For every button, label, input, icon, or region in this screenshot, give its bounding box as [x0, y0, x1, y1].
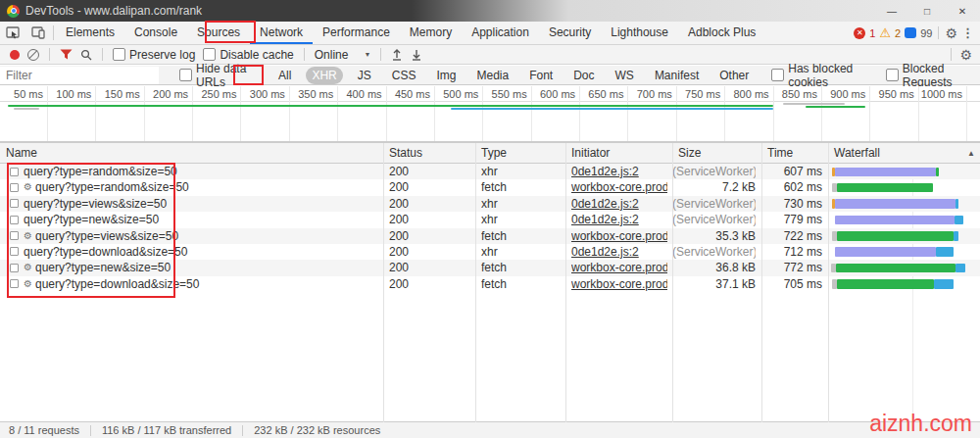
request-name[interactable]: query?type=download&size=50 [35, 276, 379, 292]
record-button[interactable] [10, 50, 20, 60]
request-initiator-link[interactable]: workbox-core.prod.js:1 [571, 260, 667, 275]
column-header-size[interactable]: Size [672, 143, 761, 163]
request-type: fetch [481, 228, 560, 244]
request-initiator-link[interactable]: 0de1d2e.js:2 [571, 196, 667, 212]
waterfall-bar-green [837, 183, 933, 193]
error-badge-icon[interactable]: ✕ [854, 27, 865, 39]
blocked-requests-checkbox[interactable]: Blocked Requests [886, 62, 980, 89]
timeline-overview[interactable]: 50 ms100 ms150 ms200 ms250 ms300 ms350 m… [0, 86, 980, 142]
filter-funnel-icon[interactable] [60, 49, 73, 60]
tab-sources[interactable]: Sources [187, 22, 250, 44]
warning-count: 2 [895, 27, 901, 39]
table-row[interactable]: query?type=new&size=50200xhr0de1d2e.js:2… [0, 212, 980, 227]
filter-pill-other[interactable]: Other [713, 67, 755, 84]
column-divider [828, 143, 829, 422]
table-row[interactable]: ⚙query?type=views&size=50200fetchworkbox… [0, 228, 980, 244]
filter-input[interactable] [0, 67, 159, 84]
transferred-size: 116 kB / 117 kB transferred [102, 424, 231, 436]
request-time: 705 ms [761, 276, 822, 292]
request-status: 200 [389, 228, 469, 244]
filter-pill-media[interactable]: Media [470, 67, 514, 84]
filter-pill-ws[interactable]: WS [610, 67, 640, 84]
panel-tabs: ElementsConsoleSourcesNetworkPerformance… [56, 22, 765, 44]
has-blocked-cookies-checkbox[interactable]: Has blocked cookies [771, 62, 877, 89]
tab-elements[interactable]: Elements [56, 22, 124, 44]
tab-performance[interactable]: Performance [313, 22, 400, 44]
error-count: 1 [869, 27, 875, 39]
table-row[interactable]: query?type=download&size=50200xhr0de1d2e… [0, 244, 980, 260]
filter-pill-css[interactable]: CSS [386, 67, 422, 84]
sort-ascending-icon[interactable]: ▲ [967, 144, 975, 164]
requests-table: NameStatusTypeInitiatorSizeTimeWaterfall… [0, 142, 980, 422]
throttling-dropdown[interactable]: Online ▼ [315, 48, 371, 62]
filter-pill-js[interactable]: JS [352, 67, 377, 84]
filter-pill-img[interactable]: Img [430, 67, 462, 84]
service-worker-gear-icon: ⚙ [24, 228, 32, 244]
request-initiator-link[interactable]: workbox-core.prod.js:1 [571, 276, 667, 292]
timeline-tick-label: 800 ms [714, 88, 769, 100]
request-size: (ServiceWorker) [672, 212, 756, 227]
inspect-element-icon[interactable] [0, 22, 25, 44]
filter-pill-all[interactable]: All [272, 67, 297, 84]
waterfall-bar-purple [835, 216, 955, 225]
more-options-icon[interactable]: ⋮ [961, 25, 973, 40]
hide-data-urls-checkbox[interactable]: Hide data URLs [179, 62, 264, 89]
maximize-button[interactable]: □ [909, 0, 945, 22]
column-header-initiator[interactable]: Initiator [565, 143, 672, 163]
clear-icon[interactable] [27, 49, 39, 61]
request-initiator-link[interactable]: 0de1d2e.js:2 [571, 244, 667, 260]
request-name[interactable]: query?type=download&size=50 [24, 244, 379, 260]
network-settings-gear-icon[interactable]: ⚙ [959, 48, 972, 62]
request-name[interactable]: query?type=views&size=50 [24, 196, 379, 212]
request-name[interactable]: query?type=random&size=50 [35, 179, 379, 195]
filter-pill-manifest[interactable]: Manifest [649, 67, 705, 84]
column-header-time[interactable]: Time [761, 143, 828, 163]
request-size: (ServiceWorker) [672, 164, 756, 179]
filter-pill-doc[interactable]: Doc [567, 67, 600, 84]
window-controls: — □ ✕ [874, 0, 980, 22]
tab-lighthouse[interactable]: Lighthouse [601, 22, 678, 44]
column-header-type[interactable]: Type [475, 143, 565, 163]
table-row[interactable]: query?type=random&size=50200xhr0de1d2e.j… [0, 164, 980, 179]
tab-application[interactable]: Application [462, 22, 539, 44]
table-row[interactable]: query?type=views&size=50200xhr0de1d2e.js… [0, 196, 980, 212]
message-count: 99 [920, 27, 932, 39]
request-name[interactable]: query?type=views&size=50 [35, 228, 379, 244]
request-name[interactable]: query?type=random&size=50 [24, 164, 379, 179]
request-initiator-link[interactable]: 0de1d2e.js:2 [571, 164, 667, 179]
tab-security[interactable]: Security [539, 22, 601, 44]
column-divider [672, 143, 673, 422]
filter-pill-font[interactable]: Font [523, 67, 559, 84]
device-toolbar-icon[interactable] [25, 22, 51, 44]
request-name[interactable]: query?type=new&size=50 [35, 260, 379, 275]
table-row[interactable]: ⚙query?type=new&size=50200fetchworkbox-c… [0, 260, 980, 275]
settings-gear-icon[interactable]: ⚙ [945, 26, 957, 40]
warning-badge-icon[interactable]: ⚠ [879, 26, 891, 39]
table-row[interactable]: ⚙query?type=random&size=50200fetchworkbo… [0, 179, 980, 195]
service-worker-gear-icon: ⚙ [24, 276, 32, 292]
column-header-status[interactable]: Status [383, 143, 475, 163]
column-header-name[interactable]: Name [0, 143, 383, 163]
column-header-waterfall[interactable]: Waterfall [828, 143, 980, 163]
export-har-icon[interactable] [411, 48, 422, 61]
request-initiator-link[interactable]: workbox-core.prod.js:1 [571, 179, 667, 195]
disable-cache-checkbox[interactable]: Disable cache [203, 48, 293, 62]
filter-bar: Hide data URLs AllXHRJSCSSImgMediaFontDo… [0, 66, 980, 85]
tab-console[interactable]: Console [124, 22, 187, 44]
search-icon[interactable] [80, 49, 92, 61]
tab-adblock-plus[interactable]: Adblock Plus [678, 22, 765, 44]
message-badge-icon[interactable] [905, 27, 916, 38]
request-name[interactable]: query?type=new&size=50 [24, 212, 379, 227]
table-row[interactable]: ⚙query?type=download&size=50200fetchwork… [0, 276, 980, 292]
request-initiator-link[interactable]: 0de1d2e.js:2 [571, 212, 667, 227]
close-button[interactable]: ✕ [945, 0, 980, 22]
filter-pill-xhr[interactable]: XHR [306, 67, 342, 84]
tab-network[interactable]: Network [250, 22, 313, 44]
minimize-button[interactable]: — [874, 0, 909, 22]
preserve-log-checkbox[interactable]: Preserve log [113, 48, 195, 62]
tab-memory[interactable]: Memory [400, 22, 462, 44]
import-har-icon[interactable] [391, 48, 403, 61]
request-file-icon [10, 231, 19, 240]
request-initiator-link[interactable]: workbox-core.prod.js:1 [571, 228, 667, 244]
checkbox-icon [771, 69, 784, 81]
